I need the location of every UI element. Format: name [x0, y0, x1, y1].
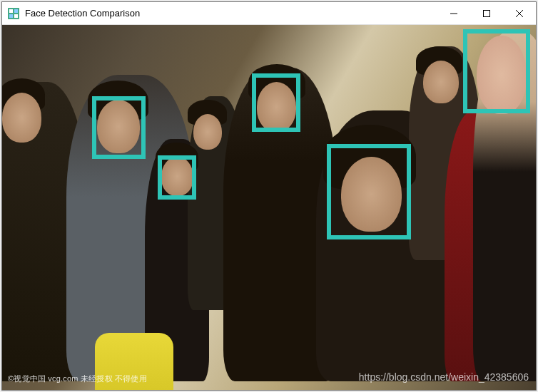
face-detection-box — [252, 73, 300, 132]
titlebar: Face Detection Comparison — [2, 2, 536, 25]
detection-image: ©视觉中国 vcg.com 未经授权 不得使用 https://blog.csd… — [2, 25, 536, 390]
svg-rect-6 — [484, 11, 490, 17]
face-detection-box — [158, 155, 196, 200]
svg-rect-4 — [14, 14, 18, 18]
app-icon — [8, 8, 19, 19]
face-detection-box — [463, 29, 530, 113]
image-viewport: ©视觉中国 vcg.com 未经授权 不得使用 https://blog.csd… — [2, 25, 536, 390]
maximize-button[interactable] — [470, 2, 503, 25]
svg-rect-3 — [9, 14, 13, 18]
watermark-left: ©视觉中国 vcg.com 未经授权 不得使用 — [8, 373, 147, 384]
svg-rect-2 — [14, 9, 18, 13]
face-shape — [2, 93, 41, 143]
window-title: Face Detection Comparison — [25, 8, 437, 19]
watermark-right: https://blog.csdn.net/weixin_42385606 — [359, 371, 529, 383]
face-detection-box — [327, 144, 411, 239]
window-controls — [437, 2, 536, 24]
face-shape — [193, 114, 222, 150]
face-detection-box — [92, 96, 146, 159]
svg-rect-1 — [9, 9, 13, 13]
minimize-button[interactable] — [437, 2, 470, 25]
app-window: Face Detection Comparison — [1, 1, 537, 391]
face-shape — [423, 61, 459, 103]
close-button[interactable] — [503, 2, 536, 25]
